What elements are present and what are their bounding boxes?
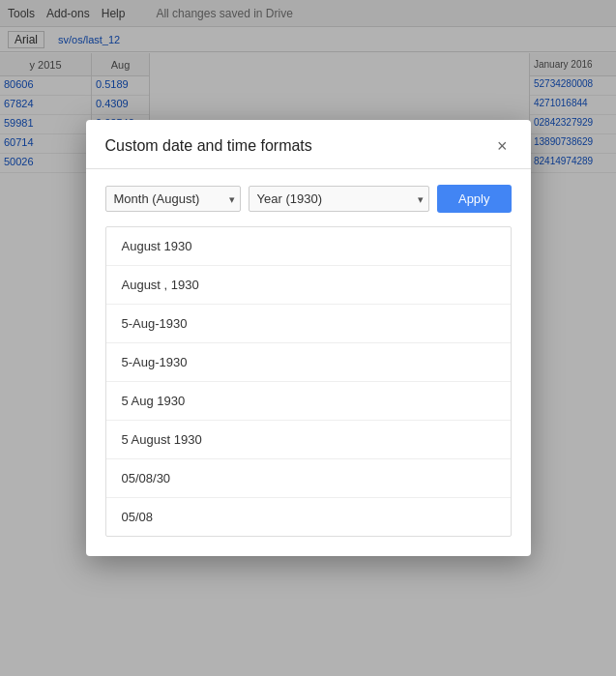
custom-date-time-dialog: Custom date and time formats × Month (Au… <box>86 120 531 556</box>
format-list-item[interactable]: August , 1930 <box>106 266 511 305</box>
format-list-item[interactable]: 5-Aug-1930 <box>106 343 511 382</box>
format-list-item[interactable]: 5 August 1930 <box>106 421 511 459</box>
apply-button[interactable]: Apply <box>437 185 512 213</box>
format-list: August 1930August , 19305-Aug-19305-Aug-… <box>105 226 512 537</box>
controls-row: Month (August) Year (1930) Apply <box>105 185 512 213</box>
format-list-item[interactable]: August 1930 <box>106 227 511 266</box>
format-list-item[interactable]: 5-Aug-1930 <box>106 305 511 343</box>
month-select-wrapper: Month (August) <box>105 186 241 212</box>
format-list-item[interactable]: 5 Aug 1930 <box>106 382 511 421</box>
format-list-item[interactable]: 05/08/30 <box>106 459 511 498</box>
close-button[interactable]: × <box>493 137 512 155</box>
dialog-header: Custom date and time formats × <box>86 120 531 169</box>
year-select[interactable]: Year (1930) <box>249 186 429 212</box>
modal-overlay: Custom date and time formats × Month (Au… <box>0 0 616 676</box>
format-list-item[interactable]: 05/08 <box>106 498 511 536</box>
dialog-title: Custom date and time formats <box>105 137 312 155</box>
year-select-wrapper: Year (1930) <box>249 186 429 212</box>
dialog-body: Month (August) Year (1930) Apply August … <box>86 169 531 556</box>
month-select[interactable]: Month (August) <box>105 186 241 212</box>
